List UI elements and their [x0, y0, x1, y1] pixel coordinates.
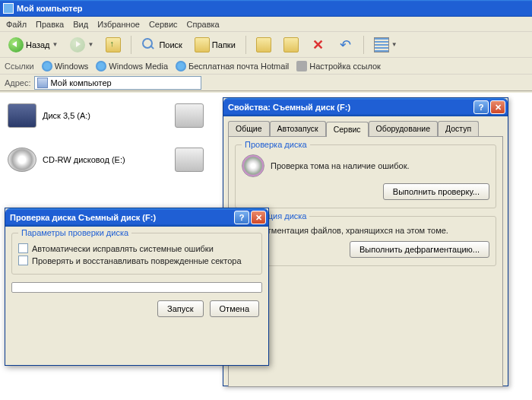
separator [131, 36, 131, 54]
defrag-text: Дефрагментация файлов, хранящихся на это… [242, 226, 489, 235]
copyto-icon [283, 37, 299, 52]
menubar: Файл Правка Вид Избранное Сервис Справка [0, 17, 532, 32]
check-now-button[interactable]: Выполнить проверку... [383, 183, 489, 200]
checkbox-icon[interactable] [18, 256, 28, 265]
undo-icon: ↶ [338, 37, 353, 52]
help-button[interactable]: ? [234, 211, 249, 224]
delete-icon: ✕ [311, 37, 326, 52]
folders-button[interactable]: Папки [191, 35, 239, 55]
link-hotmail[interactable]: Бесплатная почта Hotmail [176, 61, 289, 71]
toolbar: Назад ▼ ▼ Поиск Папки ✕ ↶ ▼ [0, 32, 532, 58]
tab-general[interactable]: Общие [228, 121, 270, 136]
menu-tools[interactable]: Сервис [149, 20, 178, 29]
error-check-text: Проверка тома на наличие ошибок. [271, 161, 489, 170]
tab-autoplay[interactable]: Автозапуск [270, 121, 326, 136]
menu-file[interactable]: Файл [6, 20, 27, 29]
link-customize[interactable]: Настройка ссылок [296, 61, 381, 71]
chevron-down-icon: ▼ [391, 41, 397, 48]
menu-help[interactable]: Справка [187, 20, 220, 29]
drive-label: CD-RW дисковод (E:) [43, 155, 125, 164]
check-disk-titlebar: Проверка диска Съемный диск (F:) ? ✕ [5, 208, 268, 227]
forward-button[interactable]: ▼ [66, 35, 97, 55]
error-check-group: Проверка диска Проверка тома на наличие … [235, 144, 496, 208]
folders-icon [195, 37, 210, 52]
back-label: Назад [26, 40, 50, 49]
option-auto-fix[interactable]: Автоматически исправлять системные ошибк… [18, 243, 255, 253]
delete-button[interactable]: ✕ [307, 35, 330, 55]
close-button[interactable]: ✕ [490, 100, 505, 114]
check-options-title: Параметры проверки диска [18, 228, 131, 237]
folder-up-icon [106, 37, 121, 52]
drive-label: Диск 3,5 (A:) [43, 111, 90, 120]
views-button[interactable]: ▼ [370, 35, 401, 55]
defrag-group: ментация диска Дефрагментация файлов, хр… [235, 216, 496, 266]
option-scan-recovery[interactable]: Проверять и восстанавливать поврежденные… [18, 256, 255, 265]
ie-icon [96, 61, 106, 71]
properties-titlebar: Свойства: Съемный диск (F:) ? ✕ [223, 98, 508, 116]
wrench-icon [296, 61, 307, 71]
tab-strip: Общие Автозапуск Сервис Оборудование Дос… [223, 116, 508, 136]
computer-icon [37, 78, 48, 88]
chevron-down-icon: ▼ [87, 41, 93, 48]
tab-content: Проверка диска Проверка тома на наличие … [228, 136, 503, 387]
error-check-title: Проверка диска [242, 140, 310, 149]
separator [245, 36, 246, 54]
floppy-icon [8, 103, 36, 128]
check-disk-title: Проверка диска Съемный диск (F:) [10, 213, 233, 222]
back-icon [8, 37, 24, 52]
disk-check-icon [242, 154, 264, 177]
option-label: Проверять и восстанавливать поврежденные… [32, 256, 242, 265]
address-label: Адрес: [5, 78, 31, 87]
back-button[interactable]: Назад ▼ [5, 35, 62, 55]
defrag-now-button[interactable]: Выполнить дефрагментацию... [350, 241, 489, 258]
app-icon [3, 3, 14, 14]
drive-floppy[interactable]: Диск 3,5 (A:) [8, 100, 167, 131]
progress-bar [11, 282, 262, 293]
moveto-icon [256, 37, 271, 52]
check-options-group: Параметры проверки диска Автоматически и… [11, 233, 262, 275]
search-icon [141, 37, 157, 52]
cd-icon [8, 148, 36, 172]
menu-favorites[interactable]: Избранное [97, 20, 140, 29]
main-title: Мой компьютер [17, 4, 83, 13]
drive-cd[interactable]: CD-RW дисковод (E:) [8, 144, 167, 175]
moveto-button[interactable] [252, 35, 275, 55]
dialog-buttons: Запуск Отмена [11, 300, 262, 317]
menu-edit[interactable]: Правка [36, 20, 64, 29]
chevron-down-icon: ▼ [52, 41, 59, 48]
ie-icon [42, 61, 52, 71]
removable-drive-icon [175, 103, 204, 128]
properties-title: Свойства: Съемный диск (F:) [228, 103, 472, 112]
link-windows-media[interactable]: Windows Media [96, 61, 168, 71]
check-disk-body: Параметры проверки диска Автоматически и… [5, 227, 268, 323]
option-label: Автоматически исправлять системные ошибк… [32, 244, 214, 253]
check-disk-dialog: Проверка диска Съемный диск (F:) ? ✕ Пар… [5, 208, 269, 366]
address-bar: Адрес: Мой компьютер [0, 75, 532, 91]
address-field[interactable]: Мой компьютер [34, 76, 201, 90]
tab-tools[interactable]: Сервис [326, 122, 369, 137]
main-titlebar: Мой компьютер [0, 0, 532, 17]
links-label: Ссылки [5, 62, 34, 71]
link-windows[interactable]: Windows [42, 61, 89, 71]
help-button[interactable]: ? [473, 100, 489, 114]
start-button[interactable]: Запуск [157, 300, 203, 317]
views-icon [374, 37, 389, 52]
forward-icon [70, 37, 85, 52]
up-button[interactable] [102, 35, 125, 55]
folders-label: Папки [212, 40, 236, 49]
copyto-button[interactable] [280, 35, 302, 55]
ie-icon [176, 61, 186, 71]
links-bar: Ссылки Windows Windows Media Бесплатная … [0, 58, 532, 75]
checkbox-icon[interactable] [18, 243, 28, 253]
menu-view[interactable]: Вид [73, 20, 88, 29]
undo-button[interactable]: ↶ [334, 35, 357, 55]
close-button[interactable]: ✕ [251, 211, 266, 224]
removable-drive-icon [175, 148, 204, 172]
separator [363, 36, 364, 54]
tab-hardware[interactable]: Оборудование [369, 121, 438, 136]
search-button[interactable]: Поиск [138, 35, 185, 55]
search-label: Поиск [159, 40, 182, 49]
address-value: Мой компьютер [51, 78, 112, 87]
cancel-button[interactable]: Отмена [210, 300, 259, 317]
tab-sharing[interactable]: Доступ [438, 121, 479, 136]
